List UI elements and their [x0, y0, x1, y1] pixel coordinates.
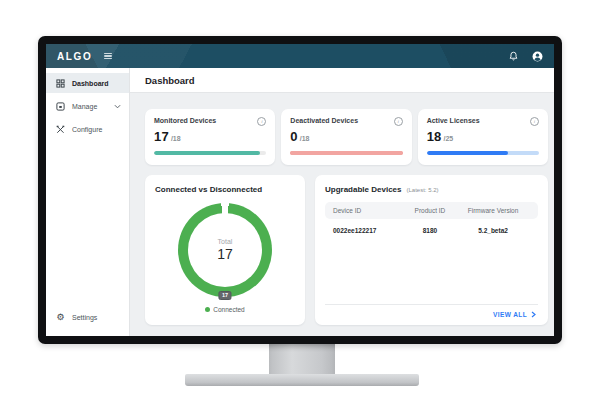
account-user-icon[interactable]: [532, 51, 543, 62]
app-screen: ALGO: [46, 44, 554, 336]
donut-total-value: 17: [217, 246, 233, 262]
dashboard-grid-icon: [56, 79, 65, 88]
sidebar-item-dashboard[interactable]: Dashboard: [46, 73, 129, 93]
algo-logo: ALGO: [57, 51, 92, 62]
cell-firmware-version: 5.2_beta2: [456, 227, 530, 234]
page-title: Dashboard: [145, 75, 195, 86]
stat-card-monitored-devices: Monitored Devices i 17 /18: [145, 109, 275, 165]
chart-legend: Connected: [155, 306, 295, 313]
page-header: Dashboard: [130, 68, 554, 93]
view-all-label: VIEW ALL: [493, 311, 527, 318]
table-subtitle: (Latest: 5.2): [406, 187, 438, 193]
stat-card-active-licenses: Active Licenses i 18 /25: [418, 109, 548, 165]
progress-bar: [154, 151, 266, 155]
sidebar-item-label: Settings: [72, 314, 97, 321]
sidebar-item-configure[interactable]: Configure: [46, 119, 129, 139]
stat-total: /25: [444, 135, 454, 142]
info-icon[interactable]: i: [257, 117, 266, 126]
stat-value: 0: [290, 129, 297, 144]
monitor-stand-base: [185, 374, 419, 386]
lower-cards-row: Connected vs Disconnected Total 17 17: [145, 175, 548, 325]
donut-total-label: Total: [218, 238, 233, 245]
info-icon[interactable]: i: [394, 117, 403, 126]
top-navbar: ALGO: [46, 44, 554, 68]
sidebar-item-label: Manage: [72, 103, 97, 110]
legend-dot-connected: [205, 307, 210, 312]
donut-value-tooltip: 17: [218, 291, 231, 301]
main-area: Dashboard Monitored Devices i 17 /18: [130, 68, 554, 336]
column-header-device-id: Device ID: [333, 207, 404, 214]
sidebar-item-label: Configure: [72, 126, 102, 133]
column-header-product-id: Product ID: [404, 207, 456, 214]
sidebar: Dashboard Manage: [46, 68, 130, 336]
settings-gear-icon: ⚙: [56, 313, 65, 322]
donut-chart[interactable]: Total 17 17: [178, 203, 272, 297]
view-all-link[interactable]: VIEW ALL: [325, 304, 538, 325]
cell-product-id: 8180: [404, 227, 456, 234]
chevron-down-icon: [114, 103, 121, 110]
stat-value: 18: [427, 129, 442, 144]
table-title: Upgradable Devices: [325, 185, 401, 194]
stats-row: Monitored Devices i 17 /18 Deactiva: [145, 109, 548, 165]
connected-chart-card: Connected vs Disconnected Total 17 17: [145, 175, 305, 325]
donut-center: Total 17: [188, 213, 262, 287]
hamburger-menu-icon[interactable]: [104, 53, 112, 60]
dashboard-content: Monitored Devices i 17 /18 Deactiva: [130, 93, 554, 336]
stat-card-deactivated-devices: Deactivated Devices i 0 /18: [281, 109, 411, 165]
cell-device-id: 0022ee122217: [333, 227, 404, 234]
chevron-right-icon: [531, 311, 536, 318]
info-icon[interactable]: i: [530, 117, 539, 126]
progress-bar: [427, 151, 539, 155]
stat-total: /18: [300, 135, 310, 142]
configure-tools-icon: [56, 125, 65, 134]
sidebar-item-label: Dashboard: [72, 80, 109, 87]
chart-title: Connected vs Disconnected: [155, 185, 295, 194]
stat-value: 17: [154, 129, 169, 144]
manage-devices-icon: [56, 102, 65, 111]
stat-label: Monitored Devices: [154, 117, 216, 124]
legend-label: Connected: [213, 306, 244, 313]
sidebar-item-manage[interactable]: Manage: [46, 96, 129, 116]
upgradable-devices-card: Upgradable Devices (Latest: 5.2) Device …: [315, 175, 548, 325]
sidebar-item-settings[interactable]: ⚙ Settings: [46, 308, 129, 326]
table-header-row: Device ID Product ID Firmware Version: [325, 202, 538, 219]
progress-bar: [290, 151, 402, 155]
stat-total: /18: [171, 135, 181, 142]
stat-label: Active Licenses: [427, 117, 480, 124]
notifications-bell-icon[interactable]: [509, 51, 518, 61]
stat-label: Deactivated Devices: [290, 117, 358, 124]
monitor-stand-neck: [269, 342, 335, 376]
column-header-firmware-version: Firmware Version: [456, 207, 530, 214]
table-row[interactable]: 0022ee122217 8180 5.2_beta2: [325, 219, 538, 240]
monitor-frame: ALGO: [38, 36, 562, 344]
